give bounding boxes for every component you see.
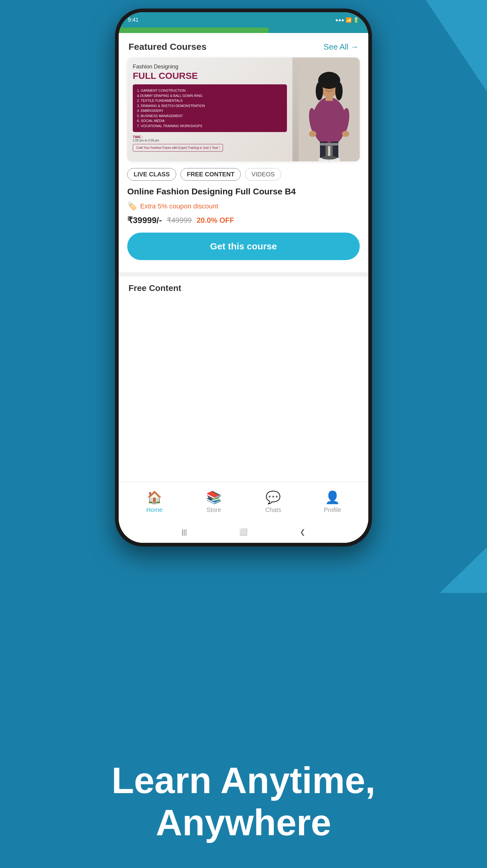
svg-point-5: [335, 82, 343, 100]
android-back-btn[interactable]: ❮: [300, 528, 305, 536]
banner-time-value: 1:00 pm to 4:30 pm: [133, 139, 287, 142]
person-illustration: [298, 61, 360, 161]
coupon-row: 🏷️ Extra 5% coupon discount: [127, 202, 360, 211]
svg-rect-17: [331, 146, 333, 158]
banner-list-item-6: 5. BUSINESS MANAGEMENT: [137, 114, 283, 119]
coupon-icon: 🏷️: [127, 202, 137, 211]
learn-text: Learn Anytime, Anywhere: [93, 759, 394, 843]
svg-rect-16: [325, 146, 328, 158]
banner-list-item-7: 6. SOCIAL MEDIA: [137, 118, 283, 123]
banner-list-item-5: 4. EMBROIDERY: [137, 108, 283, 114]
learn-line1: Learn Anytime,: [112, 760, 375, 801]
profile-icon: 👤: [325, 490, 340, 505]
featured-title: Featured Courses: [128, 41, 206, 52]
learn-line2: Anywhere: [156, 802, 331, 843]
top-progress-bar: [119, 28, 368, 33]
course-info: Online Fashion Designing Full Course B4 …: [119, 185, 368, 272]
store-icon: 📚: [206, 490, 222, 505]
banner-time-label: TIME :: [133, 135, 287, 139]
featured-header: Featured Courses See All →: [119, 33, 368, 58]
banner-list-item-1: 1. GARMENT CONSTRUCTION: [137, 88, 283, 93]
banner-list-item-8: 7. VOCATIONAL TRAINING WORKSHOPS: [137, 123, 283, 129]
home-label: Home: [146, 506, 163, 514]
svg-point-19: [325, 85, 327, 88]
course-card-wrapper: Fashion Designing FULL COURSE 1. GARMENT…: [119, 58, 368, 272]
svg-rect-6: [325, 95, 333, 101]
banner-left: Fashion Designing FULL COURSE 1. GARMENT…: [127, 58, 292, 161]
bottom-text-section: Learn Anytime, Anywhere: [0, 593, 487, 868]
get-course-button[interactable]: Get this course: [127, 232, 360, 260]
nav-item-chats[interactable]: 💬 Chats: [244, 490, 303, 514]
status-time: 9:41: [128, 17, 139, 23]
nav-item-profile[interactable]: 👤 Profile: [303, 490, 362, 514]
status-bar: 9:41 ●●● 📶 🔋: [119, 12, 368, 28]
banner-main-title: FULL COURSE: [133, 71, 287, 81]
chats-label: Chats: [265, 506, 281, 514]
section-divider: [119, 272, 368, 277]
banner-list-item-3: 2. TEXTILE FUNDAMENTALS: [137, 98, 283, 103]
svg-point-18: [321, 156, 337, 159]
android-home-btn[interactable]: ⬜: [239, 528, 248, 536]
home-icon: 🏠: [147, 490, 162, 505]
course-card: Fashion Designing FULL COURSE 1. GARMENT…: [127, 58, 360, 161]
price-current: ₹39999/-: [127, 215, 162, 225]
nav-item-home[interactable]: 🏠 Home: [125, 490, 184, 514]
svg-point-4: [316, 82, 323, 100]
price-original: ₹49999: [167, 216, 192, 225]
banner-cta-box: Craft Your Fashion Future with Expert Tr…: [133, 144, 223, 152]
tab-live-class[interactable]: LIVE CLASS: [127, 168, 176, 181]
status-icons: ●●● 📶 🔋: [335, 17, 359, 23]
profile-label: Profile: [324, 506, 341, 514]
nav-item-store[interactable]: 📚 Store: [184, 490, 244, 514]
android-nav-bar: ||| ⬜ ❮: [119, 521, 368, 543]
chats-icon: 💬: [265, 490, 281, 505]
phone-device: 9:41 ●●● 📶 🔋 Featured Courses See All → …: [115, 8, 372, 547]
tab-videos[interactable]: VIDEOS: [245, 168, 281, 181]
svg-point-13: [309, 131, 316, 137]
price-row: ₹39999/- ₹49999 20.0% OFF: [127, 215, 360, 225]
banner-content: Fashion Designing FULL COURSE 1. GARMENT…: [127, 58, 360, 161]
svg-point-14: [342, 131, 349, 137]
see-all-link[interactable]: See All →: [324, 42, 359, 52]
store-label: Store: [206, 506, 221, 514]
banner-subtitle: Fashion Designing: [133, 64, 287, 70]
course-banner: Fashion Designing FULL COURSE 1. GARMENT…: [127, 58, 360, 161]
svg-rect-15: [320, 143, 338, 146]
tab-free-content[interactable]: FREE CONTENT: [180, 168, 241, 181]
banner-cta-text: Craft Your Fashion Future with Expert Tr…: [136, 146, 220, 150]
svg-point-20: [331, 85, 334, 88]
free-content-title: Free Content: [128, 283, 181, 293]
banner-list: 1. GARMENT CONSTRUCTION & DUMMY DRAPING …: [133, 84, 287, 132]
android-recent-btn[interactable]: |||: [182, 528, 187, 536]
phone-screen: 9:41 ●●● 📶 🔋 Featured Courses See All → …: [119, 12, 368, 543]
content-spacer: [119, 296, 368, 482]
coupon-text: Extra 5% coupon discount: [140, 202, 219, 210]
banner-right: [292, 58, 360, 161]
tab-pills: LIVE CLASS FREE CONTENT VIDEOS: [119, 161, 368, 185]
free-content-section: Free Content: [119, 277, 368, 296]
course-title: Online Fashion Designing Full Course B4: [127, 186, 360, 197]
price-off: 20.0% OFF: [197, 216, 234, 225]
banner-list-item-4: 3. DRAWING & SKETCH DEMONSTRATION: [137, 103, 283, 108]
banner-list-item-2: & DUMMY DRAPING & BALL GOWN RING: [137, 93, 283, 98]
bottom-navigation: 🏠 Home 📚 Store 💬 Chats 👤 Profile: [119, 482, 368, 521]
